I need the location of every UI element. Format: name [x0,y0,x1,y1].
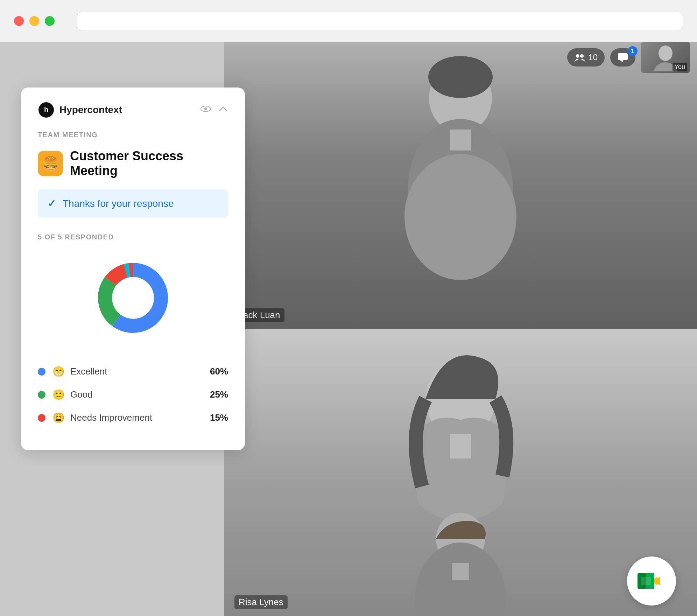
legend-item-good: 🙂 Good 25% [38,383,228,406]
donut-chart [87,252,178,343]
responded-label: 5 OF 5 RESPONDED [38,233,228,241]
panel-controls [200,105,228,115]
svg-point-10 [576,54,579,58]
dot-excellent [38,368,45,376]
svg-point-11 [580,54,584,58]
thanks-banner: ✓ Thanks for your response [38,189,228,218]
jack-video [224,42,697,329]
chat-badge: 1 [628,46,638,56]
label-excellent: Excellent [70,366,210,377]
label-needs-improvement: Needs Improvement [70,412,210,423]
chart-container [38,252,228,343]
self-label: You [673,63,687,71]
check-icon: ✓ [48,198,56,209]
meeting-title: Customer Success Meeting [70,149,228,178]
participants-count: 10 [588,52,598,62]
svg-point-26 [113,278,153,318]
meet-header: 10 1 You [560,42,697,73]
svg-rect-3 [450,130,471,150]
chevron-up-icon[interactable] [218,105,228,115]
svg-marker-13 [620,60,623,62]
legend-list: 😁 Excellent 60% 🙂 Good 25% 😩 Needs Impro… [38,360,228,429]
close-button[interactable] [14,16,24,26]
thanks-text: Thanks for your response [63,198,174,209]
pct-good: 25% [210,389,228,400]
pct-needs-improvement: 15% [210,412,228,423]
svg-point-14 [659,46,673,61]
legend-item-needs-improvement: 😩 Needs Improvement 15% [38,406,228,429]
emoji-good: 🙂 [52,389,65,400]
meet-logo [638,570,666,592]
participants-button[interactable]: 10 [567,48,605,66]
team-meeting-label: TEAM MEETING [38,131,228,139]
dot-needs-improvement [38,414,45,422]
meeting-emoji: 🍔 [42,156,59,171]
svg-point-1 [428,56,493,98]
logo-area: h Hypercontext [38,102,122,118]
dot-good [38,391,45,399]
svg-point-19 [204,107,207,110]
pct-excellent: 60% [210,366,228,377]
emoji-needs-improvement: 😩 [52,412,65,424]
svg-rect-35 [641,577,651,585]
main-content: Jack Luan Risa Lynes [0,42,697,616]
svg-text:h: h [44,106,48,113]
svg-point-4 [404,154,516,280]
browser-chrome [0,0,697,42]
meeting-emoji-icon: 🍔 [38,151,63,176]
meet-logo-watermark [627,556,676,606]
svg-rect-12 [618,53,628,60]
traffic-lights [14,16,55,26]
svg-rect-6 [450,434,471,458]
eye-icon[interactable] [200,105,211,115]
meeting-title-row: 🍔 Customer Success Meeting [38,149,228,178]
svg-rect-9 [452,563,469,580]
participant-name-risa: Risa Lynes [234,595,288,609]
label-good: Good [70,389,210,400]
address-bar[interactable] [77,12,683,30]
minimize-button[interactable] [29,16,39,26]
emoji-excellent: 😁 [52,366,65,377]
video-panel-jack: Jack Luan [224,42,697,329]
maximize-button[interactable] [45,16,55,26]
self-view: You [641,42,690,73]
logo-text: Hypercontext [59,104,122,115]
hypercontext-logo-icon: h [38,102,55,118]
legend-item-excellent: 😁 Excellent 60% [38,360,228,383]
chat-button[interactable]: 1 [610,48,635,66]
hypercontext-panel: h Hypercontext TEAM MEETING [21,88,245,450]
panel-header: h Hypercontext [38,102,228,118]
